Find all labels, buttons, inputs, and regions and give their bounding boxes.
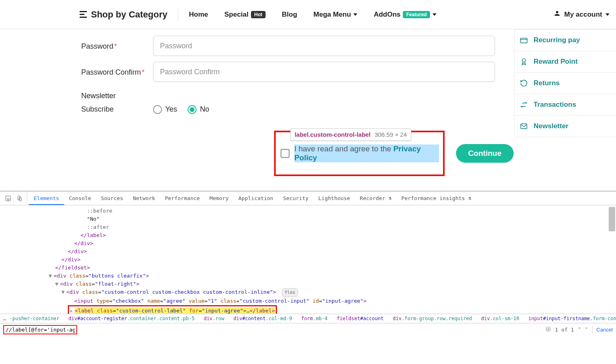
flask-icon: ⚗ xyxy=(468,195,471,201)
tab-network[interactable]: Network xyxy=(128,192,160,205)
account-label: My account xyxy=(564,11,602,19)
chevron-down-icon xyxy=(605,13,610,16)
nav-home[interactable]: Home xyxy=(189,11,208,19)
tab-perf-insights[interactable]: Performance insights ⚗ xyxy=(396,192,476,205)
inspect-icon[interactable] xyxy=(2,192,14,205)
account-sidebar: Recurring pay Reward Point Returns Trans… xyxy=(514,29,616,137)
dom-tag: </div> xyxy=(74,240,93,246)
my-account[interactable]: My account xyxy=(553,10,610,19)
newsletter-heading: Newsletter xyxy=(81,92,514,100)
flask-icon: ⚗ xyxy=(389,195,392,201)
search-input[interactable] xyxy=(6,327,75,333)
nav-blog[interactable]: Blog xyxy=(282,11,297,19)
next-icon[interactable]: ˅ xyxy=(585,327,588,333)
menu-icon xyxy=(80,11,87,18)
svg-rect-4 xyxy=(18,196,20,200)
dom-pseudo: ::before xyxy=(87,208,112,214)
cancel-button[interactable]: Cancel xyxy=(597,327,613,333)
agree-checkbox[interactable] xyxy=(281,149,290,158)
dom-tag: </fieldset> xyxy=(55,265,90,271)
flex-pill: flex xyxy=(282,288,298,297)
agree-label[interactable]: I have read and agree to the Privacy Pol… xyxy=(294,144,439,162)
nav-special[interactable]: SpecialHot xyxy=(224,11,266,19)
search-count: 1 of 1 xyxy=(555,327,574,333)
chevron-down-icon xyxy=(353,13,357,16)
divider xyxy=(178,8,178,22)
password-input[interactable] xyxy=(153,36,495,56)
password-label: Password* xyxy=(81,36,153,52)
nav-links: Home SpecialHot Blog Mega Menu AddOnsFea… xyxy=(189,11,437,19)
person-icon xyxy=(553,10,561,19)
subscribe-yes[interactable]: Yes xyxy=(153,105,177,114)
sidebar-transactions[interactable]: Transactions xyxy=(514,94,616,116)
svg-rect-0 xyxy=(521,38,527,43)
radio-icon xyxy=(153,105,162,114)
tab-elements[interactable]: Elements xyxy=(29,192,64,205)
tab-security[interactable]: Security xyxy=(278,192,313,205)
tab-console[interactable]: Console xyxy=(64,192,96,205)
subscribe-no[interactable]: No xyxy=(188,105,209,114)
dom-text: "No" xyxy=(87,216,99,222)
svg-rect-5 xyxy=(19,197,21,201)
devtools-search: 1 of 1 ˄ ˅ Cancel xyxy=(0,323,616,336)
devtools-tabs: Elements Console Sources Network Perform… xyxy=(0,192,616,205)
nav-mega-menu[interactable]: Mega Menu xyxy=(313,11,358,19)
svg-rect-3 xyxy=(6,196,11,201)
tab-performance[interactable]: Performance xyxy=(160,192,205,205)
dom-tag: </div> xyxy=(61,256,80,263)
dom-tag: </label> xyxy=(80,232,106,238)
password-confirm-label: Password Confirm* xyxy=(81,62,153,78)
device-icon[interactable] xyxy=(14,192,25,205)
prev-icon[interactable]: ˄ xyxy=(578,327,581,333)
sidebar-returns[interactable]: Returns xyxy=(514,73,616,94)
clear-icon[interactable] xyxy=(545,326,551,333)
shop-by-category[interactable]: Shop by Category xyxy=(80,9,167,20)
subscribe-label: Subscribe xyxy=(81,104,153,114)
category-label: Shop by Category xyxy=(91,9,167,20)
highlight-annotation xyxy=(3,325,77,334)
dom-tree[interactable]: ::before "No" ::after </label> </div> </… xyxy=(0,205,616,314)
sidebar-newsletter[interactable]: Newsletter xyxy=(514,116,616,137)
tab-recorder[interactable]: Recorder ⚗ xyxy=(355,192,396,205)
tab-application[interactable]: Application xyxy=(233,192,278,205)
tab-lighthouse[interactable]: Lighthouse xyxy=(313,192,355,205)
continue-button[interactable]: Continue xyxy=(456,144,514,163)
highlight-annotation: label.custom-control-label306.59 × 24 I … xyxy=(274,131,445,176)
inspector-tooltip: label.custom-control-label306.59 × 24 xyxy=(290,128,411,141)
scrollbar[interactable] xyxy=(609,207,615,231)
svg-point-1 xyxy=(522,59,525,62)
dom-breadcrumb[interactable]: … -pusher-container div#account-register… xyxy=(0,314,616,323)
tab-sources[interactable]: Sources xyxy=(96,192,128,205)
top-nav: Shop by Category Home SpecialHot Blog Me… xyxy=(0,0,616,29)
nav-addons[interactable]: AddOnsFeatured xyxy=(374,11,437,19)
dom-tag: </div> xyxy=(68,248,87,254)
hot-badge: Hot xyxy=(251,11,266,18)
tab-memory[interactable]: Memory xyxy=(205,192,233,205)
sidebar-recurring[interactable]: Recurring pay xyxy=(514,29,616,51)
sidebar-reward[interactable]: Reward Point xyxy=(514,51,616,73)
highlight-annotation: ▸<label class="custom-control-label" for… xyxy=(68,305,277,314)
dom-pseudo: ::after xyxy=(87,224,109,230)
chevron-down-icon xyxy=(432,13,437,16)
radio-icon xyxy=(188,105,197,114)
featured-badge: Featured xyxy=(403,11,430,18)
password-confirm-input[interactable] xyxy=(153,62,495,82)
devtools-panel: Elements Console Sources Network Perform… xyxy=(0,191,616,336)
